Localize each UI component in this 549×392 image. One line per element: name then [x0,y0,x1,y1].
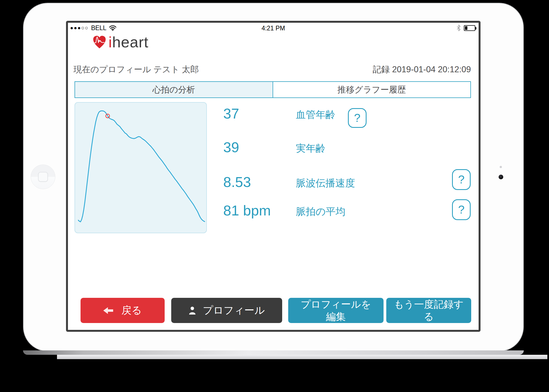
edit-profile-button[interactable]: プロフィールを編集 [288,298,384,323]
bluetooth-icon [457,25,461,31]
record-again-button-label: もう一度記録する [391,298,466,323]
stat-vascular-age-value: 37 [223,105,239,122]
tab-bar: 心拍の分析 推移グラフー履歴 [75,81,471,98]
home-button-square-icon [38,172,48,182]
back-button-label: 戻る [121,304,142,317]
battery-nub [475,27,476,30]
stat-average-pulse-value: 81 bpm [223,202,271,219]
home-button[interactable] [31,165,55,189]
logo-letter-i: i [108,33,112,51]
app-screen: ●●●○○ BELL 4:21 PM ih [66,21,481,332]
stat-actual-age-value: 39 [223,139,239,155]
profile-button[interactable]: プロフィール [171,298,282,323]
pulse-wave-chart [75,102,207,233]
help-button-pulse-wave-velocity[interactable]: ? [452,169,471,190]
help-button-average-pulse[interactable]: ? [452,199,471,220]
tablet-bottom-edge [23,350,524,355]
profile-button-label: プロフィール [203,304,265,317]
person-icon [188,306,196,315]
logo-wordmark: iheart [108,34,148,50]
help-button-vascular-age[interactable]: ? [348,108,367,128]
back-arrow-icon [103,307,113,314]
logo-word-heart: heart [112,33,148,51]
heart-pulse-icon [92,35,107,50]
camera-icon [499,175,503,179]
status-bar-right [457,24,475,32]
stat-average-pulse-label: 脈拍の平均 [296,206,345,218]
battery-fill [465,26,467,30]
edit-profile-button-label: プロフィールを編集 [299,298,373,323]
back-button[interactable]: 戻る [81,298,165,323]
pulse-wave-svg [75,103,206,233]
stat-pulse-wave-velocity-value: 8.53 [223,174,251,190]
tab-heart-analysis[interactable]: 心拍の分析 [75,82,273,97]
iheart-logo: iheart [92,34,148,50]
tab-trend-graph-history[interactable]: 推移グラフー履歴 [273,82,471,97]
surface-reflection [57,355,547,359]
record-again-button[interactable]: もう一度記録する [386,298,471,323]
stat-pulse-wave-velocity-label: 脈波伝播速度 [296,177,355,189]
record-timestamp: 記録 2019-01-04 20:12:09 [373,64,471,75]
battery-icon [464,25,475,31]
current-profile-label: 現在のプロフィール テスト 太郎 [73,64,199,75]
ambient-sensor-dot [500,166,502,168]
header-row: 現在のプロフィール テスト 太郎 記録 2019-01-04 20:12:09 [73,64,471,75]
pulse-wave-line [78,111,205,222]
stat-actual-age-label: 実年齢 [296,142,325,154]
stat-vascular-age-label: 血管年齢 [296,109,335,121]
clock: 4:21 PM [68,25,479,32]
